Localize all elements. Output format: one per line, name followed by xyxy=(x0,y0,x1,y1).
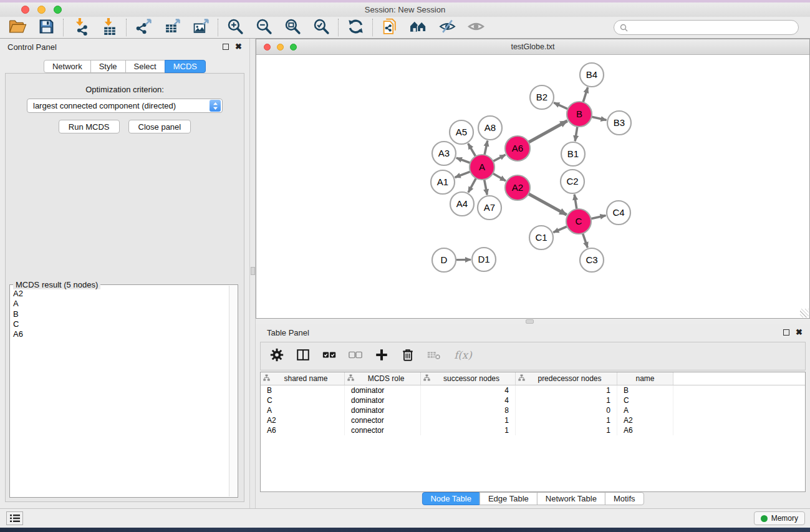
graph-node-B1[interactable]: B1 xyxy=(561,142,585,166)
graph-edge-B-B1[interactable] xyxy=(575,127,577,142)
vertical-split-divider[interactable] xyxy=(249,39,256,508)
zoom-out-button[interactable] xyxy=(253,18,275,37)
graph-node-B[interactable]: B xyxy=(567,102,592,127)
graph-node-A5[interactable]: A5 xyxy=(450,120,473,144)
mcds-result-item[interactable]: C xyxy=(13,319,236,329)
graph-node-B3[interactable]: B3 xyxy=(607,111,631,135)
float-table-panel-icon[interactable] xyxy=(783,329,789,336)
column-header-successor-nodes[interactable]: successor nodes xyxy=(421,372,516,385)
search-input[interactable] xyxy=(632,23,793,32)
open-file-button[interactable] xyxy=(6,18,29,37)
graph-edge-A-A7[interactable] xyxy=(485,180,488,195)
graph-node-C3[interactable]: C3 xyxy=(580,248,604,272)
refresh-network-view-button[interactable] xyxy=(344,18,367,37)
graph-edge-A-A5[interactable] xyxy=(468,143,476,157)
graph-edge-C-C2[interactable] xyxy=(574,195,577,210)
mcds-result-item[interactable]: A2 xyxy=(13,289,236,299)
graph-edge-A-A8[interactable] xyxy=(485,141,488,155)
graph-node-A1[interactable]: A1 xyxy=(431,170,455,194)
float-panel-icon[interactable] xyxy=(223,44,229,50)
graph-node-D[interactable]: D xyxy=(432,248,456,272)
graph-edge-A6-B[interactable] xyxy=(529,121,567,143)
table-tab-node-table[interactable]: Node Table xyxy=(422,492,480,505)
graph-edge-A-A1[interactable] xyxy=(455,172,471,177)
mcds-result-item[interactable]: A xyxy=(13,299,236,309)
hide-selected-button[interactable] xyxy=(436,18,458,37)
export-image-button[interactable] xyxy=(190,18,212,37)
mcds-result-item[interactable]: B xyxy=(13,309,236,319)
delete-columns-button[interactable] xyxy=(400,347,415,365)
table-tab-network-table[interactable]: Network Table xyxy=(537,492,605,505)
graph-node-A4[interactable]: A4 xyxy=(450,192,474,216)
vertical-divider-handle[interactable] xyxy=(251,267,255,275)
graph-node-C4[interactable]: C4 xyxy=(607,201,630,225)
memory-button[interactable]: Memory xyxy=(754,511,805,525)
graph-edge-A2-C[interactable] xyxy=(529,194,567,215)
graph-edge-B-B2[interactable] xyxy=(554,103,568,109)
select-all-rows-button[interactable] xyxy=(322,347,337,365)
run-mcds-button[interactable]: Run MCDS xyxy=(59,120,120,133)
graph-node-A7[interactable]: A7 xyxy=(478,196,501,220)
table-row[interactable]: Adominator80A xyxy=(261,405,805,415)
graph-node-B2[interactable]: B2 xyxy=(530,85,554,109)
graph-edge-B-B4[interactable] xyxy=(583,87,588,102)
zoom-in-button[interactable] xyxy=(224,18,246,37)
import-network-from-file-button[interactable] xyxy=(69,18,92,37)
table-row[interactable]: A2connector11A2 xyxy=(261,415,805,425)
horizontal-divider-handle[interactable] xyxy=(526,319,534,324)
export-network-button[interactable] xyxy=(132,18,155,37)
table-row[interactable]: Bdominator41B xyxy=(261,385,805,395)
graph-edge-A-A2[interactable] xyxy=(493,173,506,181)
deselect-all-rows-button[interactable] xyxy=(348,347,363,365)
close-table-panel-icon[interactable]: ✖ xyxy=(796,329,803,336)
network-canvas[interactable]: AA1A2A3A4A5A6A7A8BB1B2B3B4CC1C2C3C4DD1 xyxy=(256,55,809,318)
zoom-selected-region-button[interactable] xyxy=(310,18,332,37)
show-all-button[interactable] xyxy=(465,18,487,37)
graph-edge-A-A6[interactable] xyxy=(493,155,506,162)
column-header-shared-name[interactable]: shared name xyxy=(261,372,345,385)
graph-node-A3[interactable]: A3 xyxy=(432,142,456,165)
graph-edge-C-C4[interactable] xyxy=(591,216,606,219)
criterion-dropdown[interactable]: largest connected component (directed) xyxy=(27,99,223,113)
control-panel-tab-style[interactable]: Style xyxy=(90,60,126,73)
column-header-predecessor-nodes[interactable]: predecessor nodes xyxy=(516,372,617,385)
graph-node-C1[interactable]: C1 xyxy=(529,226,553,249)
mcds-result-item[interactable]: A6 xyxy=(13,329,236,339)
control-panel-tab-select[interactable]: Select xyxy=(125,60,165,73)
table-row[interactable]: A6connector11A6 xyxy=(261,425,805,435)
first-neighbors-button[interactable] xyxy=(407,18,430,37)
graph-edge-C-C1[interactable] xyxy=(553,226,567,233)
graph-edge-A-A4[interactable] xyxy=(468,178,476,193)
close-panel-icon[interactable]: ✖ xyxy=(235,44,242,50)
table-row[interactable]: Cdominator41C xyxy=(261,395,805,405)
column-header-name[interactable]: name xyxy=(617,372,673,385)
graph-edge-A-A3[interactable] xyxy=(456,158,470,163)
control-panel-tab-mcds[interactable]: MCDS xyxy=(165,60,206,73)
add-column-button[interactable] xyxy=(374,347,389,365)
graph-edge-B-B3[interactable] xyxy=(592,117,607,120)
graph-node-C[interactable]: C xyxy=(566,209,591,234)
close-panel-button[interactable]: Close panel xyxy=(128,120,191,133)
column-header-mcds-role[interactable]: MCDS role xyxy=(345,372,421,385)
graph-node-B4[interactable]: B4 xyxy=(580,63,604,87)
import-table-from-file-button[interactable] xyxy=(98,18,120,37)
graph-node-A[interactable]: A xyxy=(470,155,494,180)
export-table-button[interactable] xyxy=(161,18,183,37)
graph-edge-C-C3[interactable] xyxy=(582,233,587,248)
graph-node-C2[interactable]: C2 xyxy=(561,170,584,193)
search-box[interactable] xyxy=(614,20,799,35)
table-tab-edge-table[interactable]: Edge Table xyxy=(480,492,538,505)
resize-grip-icon[interactable] xyxy=(800,309,809,317)
save-session-button[interactable] xyxy=(35,18,57,37)
graph-node-A2[interactable]: A2 xyxy=(505,175,530,200)
mcds-result-scrollbar[interactable] xyxy=(229,286,237,496)
table-tab-motifs[interactable]: Motifs xyxy=(605,492,644,505)
zoom-fit-content-button[interactable] xyxy=(281,18,304,37)
task-history-button[interactable] xyxy=(6,511,23,525)
new-network-from-selection-button[interactable] xyxy=(378,18,401,37)
split-table-button[interactable] xyxy=(296,347,311,365)
horizontal-split-divider[interactable] xyxy=(256,319,810,324)
graph-node-A6[interactable]: A6 xyxy=(505,136,530,161)
graph-node-D1[interactable]: D1 xyxy=(472,248,496,271)
table-options-button[interactable] xyxy=(269,347,284,365)
